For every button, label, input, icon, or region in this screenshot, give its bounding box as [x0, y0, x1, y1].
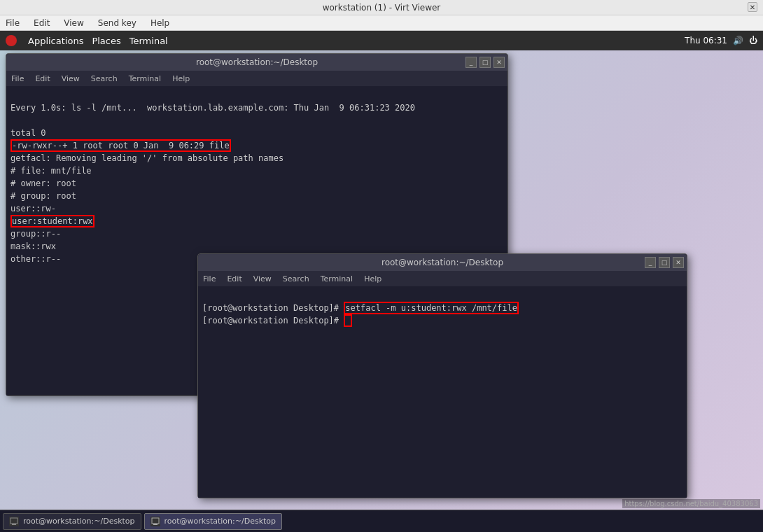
term1-watch-line: Every 1.0s: ls -l /mnt... workstation.la…: [10, 103, 415, 113]
virt-menu-sendkey[interactable]: Send key: [95, 17, 139, 29]
virt-viewer-title: workstation (1) - Virt Viewer: [323, 3, 441, 13]
term1-view[interactable]: View: [59, 74, 82, 84]
term1-search[interactable]: Search: [89, 74, 120, 84]
gnome-top-bar: Applications Places Terminal Thu 06:31 🔊…: [0, 31, 763, 50]
term2-prompt-1: [root@workstation Desktop]# setfacl -m u…: [202, 302, 519, 314]
power-icon[interactable]: ⏻: [749, 36, 757, 46]
terminal-1-menu-bar: File Edit View Search Terminal Help: [6, 71, 507, 86]
virt-viewer-close-button[interactable]: ✕: [748, 2, 757, 12]
term2-cursor: [344, 314, 351, 327]
term2-command-highlighted: setfacl -m u:student:rwx /mnt/file: [344, 302, 519, 314]
term1-user-student: user:student:rwx: [10, 215, 94, 227]
terminal-2-title-bar: root@workstation:~/Desktop _ □ ✕: [198, 254, 687, 271]
term1-total: total 0: [10, 128, 46, 138]
terminal-2-content[interactable]: [root@workstation Desktop]# setfacl -m u…: [198, 286, 687, 498]
virt-viewer-title-bar: workstation (1) - Virt Viewer ✕: [0, 0, 763, 15]
taskbar: root@workstation:~/Desktop root@workstat…: [0, 510, 763, 532]
term2-view[interactable]: View: [251, 274, 274, 284]
term1-user-rw: user::rw-: [10, 204, 56, 214]
desktop-area: root@workstation:~/Desktop _ □ ✕ File Ed…: [0, 50, 763, 532]
gnome-places[interactable]: Places: [92, 36, 120, 46]
taskbar-icon-2: [150, 517, 160, 526]
svg-rect-2: [152, 518, 159, 524]
terminal-1-title: root@workstation:~/Desktop: [196, 57, 318, 67]
virt-menu-file[interactable]: File: [3, 17, 22, 29]
term2-search[interactable]: Search: [281, 274, 312, 284]
taskbar-item-2-label: root@workstation:~/Desktop: [164, 517, 276, 526]
terminal-1-maximize-button[interactable]: □: [479, 57, 491, 68]
terminal-2-menu-bar: File Edit View Search Terminal Help: [198, 271, 687, 286]
virt-menu-help[interactable]: Help: [148, 17, 172, 29]
term1-getfacl-line: getfacl: Removing leading '/' from absol…: [10, 153, 284, 163]
watermark: https://blog.csdn.net/baidu_40383063: [622, 499, 760, 508]
term1-help[interactable]: Help: [170, 74, 192, 84]
terminal-1-minimize-button[interactable]: _: [465, 57, 477, 68]
terminal-2-window-buttons: _ □ ✕: [645, 257, 684, 268]
terminal-1-window-buttons: _ □ ✕: [465, 57, 505, 68]
gnome-right-items: Thu 06:31 🔊 ⏻: [685, 36, 757, 46]
term1-mask: mask::rwx: [10, 241, 56, 251]
term2-help[interactable]: Help: [362, 274, 384, 284]
taskbar-item-2[interactable]: root@workstation:~/Desktop: [144, 513, 283, 530]
gnome-left-items: Applications Places Terminal: [6, 35, 168, 46]
term2-terminal[interactable]: Terminal: [318, 274, 356, 284]
term2-prompt-2: [root@workstation Desktop]#: [202, 314, 352, 327]
term1-edit[interactable]: Edit: [33, 74, 52, 84]
terminal-2-maximize-button[interactable]: □: [659, 257, 670, 268]
term1-owner-comment: # owner: root: [10, 178, 76, 188]
virt-menu-edit[interactable]: Edit: [31, 17, 52, 29]
term1-group-comment: # group: root: [10, 191, 76, 201]
term1-file-line: -rw-rwxr--+ 1 root root 0 Jan 9 06:29 fi…: [10, 139, 231, 152]
gnome-app-icon: [6, 35, 17, 46]
term1-group: group::r--: [10, 229, 61, 239]
term1-file[interactable]: File: [9, 74, 26, 84]
virt-viewer-menu-bar: File Edit View Send key Help: [0, 15, 763, 31]
svg-rect-3: [153, 524, 158, 525]
terminal-1-title-bar: root@workstation:~/Desktop _ □ ✕: [6, 54, 507, 71]
gnome-time: Thu 06:31: [685, 36, 727, 46]
terminal-2-close-button[interactable]: ✕: [673, 257, 684, 268]
terminal-2-title: root@workstation:~/Desktop: [382, 258, 503, 267]
gnome-applications[interactable]: Applications: [28, 36, 83, 46]
virt-menu-view[interactable]: View: [61, 17, 86, 29]
svg-rect-1: [12, 524, 16, 525]
taskbar-item-1[interactable]: root@workstation:~/Desktop: [3, 513, 141, 530]
terminal-window-2[interactable]: root@workstation:~/Desktop _ □ ✕ File Ed…: [197, 253, 687, 498]
taskbar-icon-1: [9, 517, 19, 526]
term1-terminal[interactable]: Terminal: [127, 74, 164, 84]
terminal-2-minimize-button[interactable]: _: [645, 257, 656, 268]
term1-other: other::r--: [10, 254, 61, 264]
gnome-terminal-menu[interactable]: Terminal: [130, 36, 168, 46]
term2-edit[interactable]: Edit: [225, 274, 244, 284]
speaker-icon[interactable]: 🔊: [733, 36, 743, 46]
term2-file[interactable]: File: [201, 274, 218, 284]
terminal-1-close-button[interactable]: ✕: [493, 57, 505, 68]
term1-file-comment: # file: mnt/file: [10, 166, 92, 176]
taskbar-item-1-label: root@workstation:~/Desktop: [23, 517, 135, 526]
svg-rect-0: [10, 518, 18, 524]
